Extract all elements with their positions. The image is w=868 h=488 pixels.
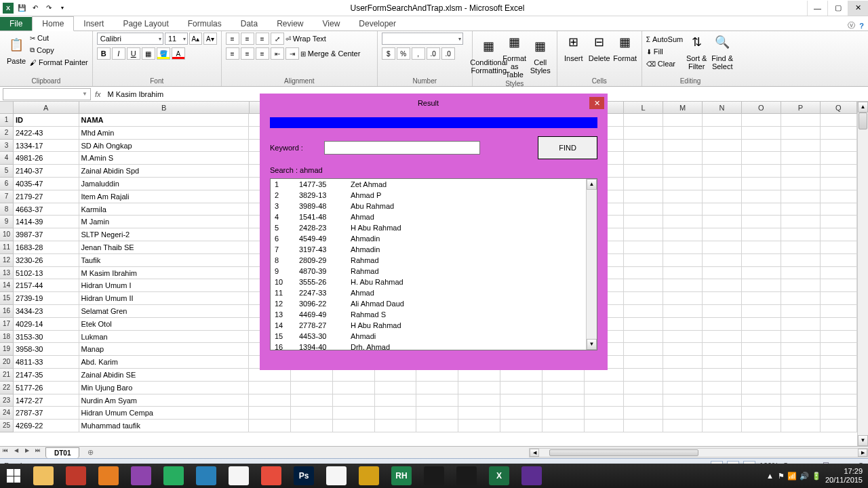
cell[interactable]	[663, 394, 703, 407]
cell[interactable]	[742, 394, 781, 407]
cell[interactable]	[781, 279, 821, 292]
tab-page-layout[interactable]: Page Layout	[113, 17, 178, 30]
cell[interactable]	[781, 114, 821, 127]
name-box[interactable]: ▼	[3, 88, 91, 100]
cell[interactable]	[742, 407, 781, 420]
cell[interactable]: Min Ujung Baro	[79, 382, 249, 394]
hscroll-right-icon[interactable]: ▶	[858, 449, 867, 457]
cell[interactable]: 2787-37	[14, 407, 79, 420]
cell[interactable]	[624, 228, 663, 241]
wrap-text-button[interactable]: ⏎ Wrap Text	[285, 33, 326, 44]
row-header[interactable]: 6	[0, 178, 14, 190]
cell[interactable]: 5102-13	[14, 267, 79, 280]
cell[interactable]	[416, 382, 458, 394]
cell[interactable]	[333, 407, 375, 420]
table-row[interactable]: 1472-27Nurdin Am Syam	[14, 394, 857, 407]
cell[interactable]	[542, 407, 585, 420]
cell[interactable]: Etek Otol	[79, 318, 249, 331]
cell[interactable]	[624, 203, 663, 216]
cell[interactable]	[821, 305, 857, 318]
tray-network-icon[interactable]: 📶	[787, 472, 797, 481]
cell[interactable]	[542, 369, 585, 382]
clear-button[interactable]: ⌫ Clear	[646, 58, 683, 69]
cell[interactable]	[742, 343, 781, 356]
cell[interactable]	[703, 331, 742, 344]
cell[interactable]	[742, 114, 781, 127]
tray-expand-icon[interactable]: ▲	[766, 472, 774, 480]
hscroll-thumb[interactable]	[549, 449, 698, 456]
cell[interactable]: 2739-19	[14, 292, 79, 305]
minimize-button[interactable]: —	[807, 1, 827, 16]
cell[interactable]	[624, 292, 663, 305]
cell[interactable]	[624, 254, 663, 267]
cell[interactable]	[781, 343, 821, 356]
cell[interactable]: Zainal Abidin Spd	[79, 165, 249, 178]
cell[interactable]	[821, 369, 857, 382]
table-row[interactable]: 4269-22Muhammad taufik	[14, 420, 857, 432]
cell[interactable]	[624, 114, 663, 127]
cell[interactable]	[375, 407, 417, 420]
row-header[interactable]: 12	[0, 254, 14, 267]
row-header[interactable]: 21	[0, 369, 14, 382]
cell[interactable]	[742, 369, 781, 382]
cell[interactable]	[703, 216, 742, 228]
cell[interactable]: Item Am Rajali	[79, 190, 249, 203]
cell[interactable]	[333, 420, 375, 432]
cell[interactable]	[781, 407, 821, 420]
cell[interactable]	[742, 140, 781, 152]
cell[interactable]: Lukman	[79, 331, 249, 344]
font-name-combo[interactable]: Calibri	[97, 33, 163, 45]
cell[interactable]	[542, 420, 585, 432]
cell[interactable]	[703, 254, 742, 267]
number-format-combo[interactable]	[382, 33, 463, 45]
cell[interactable]	[703, 267, 742, 280]
cell[interactable]	[624, 407, 663, 420]
cell[interactable]	[663, 318, 703, 331]
cell[interactable]	[703, 114, 742, 127]
cell[interactable]	[249, 420, 291, 432]
row-header[interactable]: 15	[0, 292, 14, 305]
cell[interactable]	[703, 279, 742, 292]
cell[interactable]	[624, 140, 663, 152]
insert-cells-button[interactable]: ⊞Insert	[561, 33, 586, 62]
cell[interactable]	[375, 420, 417, 432]
cell[interactable]: Taufik	[79, 254, 249, 267]
row-header[interactable]: 22	[0, 382, 14, 394]
cell[interactable]	[742, 305, 781, 318]
cell[interactable]: 3987-37	[14, 228, 79, 241]
cell[interactable]	[703, 165, 742, 178]
taskbar-app-icon[interactable]	[222, 464, 255, 488]
cell[interactable]	[742, 203, 781, 216]
fx-icon[interactable]: fx	[91, 90, 105, 98]
scroll-down-icon[interactable]: ▼	[858, 435, 868, 446]
cell[interactable]: Nurdin Am Syam	[79, 394, 249, 407]
horizontal-scrollbar[interactable]: ◀ ▶	[529, 448, 868, 458]
cell[interactable]	[821, 420, 857, 432]
cell[interactable]	[663, 165, 703, 178]
row-header[interactable]: 9	[0, 216, 14, 228]
tab-file[interactable]: File	[0, 17, 32, 30]
cell[interactable]: 2157-44	[14, 279, 79, 292]
cell[interactable]	[821, 127, 857, 140]
cell[interactable]	[375, 369, 417, 382]
cell[interactable]	[703, 292, 742, 305]
row-header[interactable]: 1	[0, 114, 14, 127]
cell[interactable]: 4029-14	[14, 318, 79, 331]
cell[interactable]: 4269-22	[14, 420, 79, 432]
scroll-up-icon[interactable]: ▲	[858, 102, 868, 113]
cell[interactable]	[585, 369, 624, 382]
cell[interactable]	[624, 356, 663, 369]
cell[interactable]: 5177-26	[14, 382, 79, 394]
cell[interactable]	[703, 420, 742, 432]
select-all-corner[interactable]	[0, 102, 14, 114]
taskbar-app-icon[interactable]	[418, 464, 450, 488]
cell[interactable]	[781, 228, 821, 241]
cell[interactable]	[500, 407, 542, 420]
cell[interactable]	[624, 369, 663, 382]
start-button[interactable]	[0, 464, 27, 488]
comma-icon[interactable]: ,	[412, 47, 425, 60]
cell[interactable]	[781, 190, 821, 203]
cell[interactable]	[781, 356, 821, 369]
cell[interactable]	[742, 331, 781, 344]
cell[interactable]	[663, 203, 703, 216]
